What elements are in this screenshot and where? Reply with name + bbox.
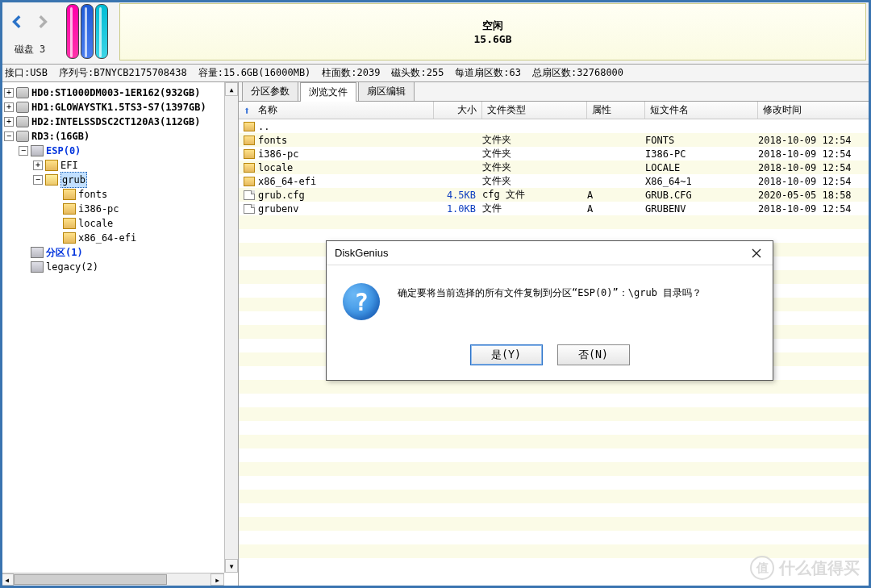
tree-node-i386[interactable]: i386-pc (2, 202, 236, 216)
go-up-icon[interactable]: ⬆ (244, 104, 250, 117)
folder-icon (244, 149, 255, 159)
folder-icon (244, 136, 255, 145)
scroll-thumb[interactable] (14, 574, 167, 585)
tree-node-esp[interactable]: −ESP(0) (2, 144, 236, 158)
confirm-copy-dialog: DiskGenius ? 确定要将当前选择的所有文件复制到分区“ESP(0)”：… (326, 240, 773, 381)
watermark-text: 什么值得买 (779, 557, 860, 579)
tree-horizontal-scrollbar[interactable]: ◂ ▸ (0, 573, 224, 586)
tree-selected-label: grub (60, 172, 87, 188)
disk-icon (16, 116, 29, 127)
file-name: i386-pc (258, 148, 299, 160)
capacity-box: 空闲 15.6GB (118, 2, 868, 62)
scroll-left-icon[interactable]: ◂ (0, 573, 14, 586)
tree-node-hd1[interactable]: +HD1:GLOWAYSTK1.5TS3-S7(1397GB) (2, 100, 236, 115)
tree-node-rd3[interactable]: −RD3:(16GB) (2, 129, 236, 144)
dialog-titlebar[interactable]: DiskGenius (327, 241, 773, 265)
close-icon (752, 248, 761, 258)
disk-info-bar: 接口:USB 序列号:B7NYCB2175708438 容量:15.6GB(16… (0, 65, 871, 82)
scroll-up-icon[interactable]: ▴ (225, 82, 238, 96)
expand-icon[interactable]: + (33, 161, 43, 170)
disk-tree-pane: +HD0:ST1000DM003-1ER162(932GB) +HD1:GLOW… (0, 82, 239, 586)
dialog-message: 确定要将当前选择的所有文件复制到分区“ESP(0)”：\grub 目录吗？ (398, 283, 702, 300)
disk-index-label: 磁盘 3 (15, 43, 45, 56)
file-type: 文件 (479, 202, 584, 215)
file-row[interactable]: x86_64-efi文件夹X86_64~12018-10-09 12:54 (239, 174, 871, 188)
folder-icon (45, 160, 58, 171)
folder-open-icon (45, 174, 58, 186)
tab-partition-params[interactable]: 分区参数 (242, 82, 298, 101)
tree-vertical-scrollbar[interactable]: ▴ ▾ (224, 82, 238, 573)
partition-icon (31, 261, 44, 273)
file-row[interactable]: grubenv1.0KB文件AGRUBENV2018-10-09 12:54 (239, 202, 871, 215)
usage-bars (63, 2, 111, 62)
file-name: grub.cfg (258, 190, 305, 201)
tree-node-grub[interactable]: −grub (2, 173, 236, 187)
tree-node-locale[interactable]: locale (2, 216, 236, 231)
capacity-label: 容量:15.6GB(16000MB) (198, 66, 311, 80)
empty-row (239, 490, 871, 503)
smzdm-watermark: 值 什么值得买 (750, 556, 860, 580)
file-row[interactable]: i386-pc文件夹I386-PC2018-10-09 12:54 (239, 147, 871, 161)
nav-back-icon[interactable] (10, 15, 25, 31)
file-name: x86_64-efi (258, 176, 316, 187)
tree-node-x86[interactable]: x86_64-efi (2, 231, 236, 245)
partition-icon (31, 247, 44, 258)
file-attr: A (584, 203, 642, 215)
expand-icon[interactable]: + (4, 117, 14, 127)
nav-forward-icon[interactable] (35, 15, 49, 31)
serial-label: 序列号:B7NYCB2175708438 (59, 66, 187, 80)
file-row[interactable]: .. (239, 119, 871, 133)
heads-label: 磁头数:255 (391, 66, 444, 80)
tree-node-part1[interactable]: 分区(1) (2, 245, 236, 260)
column-header-short[interactable]: 短文件名 (645, 102, 758, 119)
file-name: grubenv (258, 203, 299, 215)
file-mtime: 2020-05-05 18:58 (755, 190, 868, 201)
tree-node-hd2[interactable]: +HD2:INTELSSDSC2CT120A3(112GB) (2, 115, 236, 129)
file-name: locale (258, 162, 293, 173)
file-type: 文件夹 (479, 133, 584, 147)
tree-node-fonts[interactable]: fonts (2, 187, 236, 202)
tree-node-hd0[interactable]: +HD0:ST1000DM003-1ER162(932GB) (2, 85, 236, 100)
tree-node-legacy[interactable]: legacy(2) (2, 260, 236, 274)
file-row[interactable]: fonts文件夹FONTS2018-10-09 12:54 (239, 133, 871, 147)
file-name: .. (258, 121, 269, 132)
file-mtime: 2018-10-09 12:54 (755, 148, 868, 160)
scroll-right-icon[interactable]: ▸ (210, 573, 224, 586)
column-header-mtime[interactable]: 修改时间 (758, 102, 871, 119)
tree-node-efi[interactable]: +EFI (2, 158, 236, 173)
watermark-badge: 值 (750, 556, 774, 580)
collapse-icon[interactable]: − (33, 175, 43, 185)
empty-row (239, 407, 871, 421)
usage-bar-1 (66, 4, 79, 59)
file-row[interactable]: grub.cfg4.5KBcfg 文件AGRUB.CFG2020-05-05 1… (239, 188, 871, 202)
usage-bar-2 (81, 4, 94, 59)
column-header-attr[interactable]: 属性 (587, 102, 645, 119)
file-row[interactable]: locale文件夹LOCALE2018-10-09 12:54 (239, 161, 871, 174)
dialog-no-button[interactable]: 否(N) (557, 344, 630, 365)
collapse-icon[interactable]: − (19, 146, 28, 156)
scroll-down-icon[interactable]: ▾ (225, 559, 238, 573)
file-mtime: 2018-10-09 12:54 (755, 162, 868, 173)
content-tabs: 分区参数 浏览文件 扇区编辑 (239, 82, 871, 102)
file-mtime: 2018-10-09 12:54 (755, 203, 868, 215)
dialog-yes-button[interactable]: 是(Y) (470, 344, 543, 365)
dialog-close-button[interactable] (744, 244, 769, 263)
column-header-type[interactable]: 文件类型 (482, 102, 587, 119)
file-icon (244, 204, 255, 214)
file-size: 4.5KB (431, 190, 479, 201)
file-short: FONTS (642, 135, 755, 146)
empty-row (239, 476, 871, 490)
tab-sector-edit[interactable]: 扇区编辑 (358, 82, 415, 101)
expand-icon[interactable]: + (4, 102, 14, 112)
folder-icon (63, 189, 76, 200)
free-space-box[interactable]: 空闲 15.6GB (119, 3, 866, 60)
file-size: 1.0KB (431, 203, 479, 215)
collapse-icon[interactable]: − (4, 131, 14, 141)
expand-icon[interactable]: + (4, 88, 14, 98)
column-header-size[interactable]: 大小 (434, 102, 482, 119)
file-type: 文件夹 (479, 174, 584, 188)
file-attr: A (584, 190, 642, 201)
column-header-name[interactable]: ⬆ 名称 (239, 102, 434, 119)
tab-browse-files[interactable]: 浏览文件 (300, 82, 356, 102)
disk-icon (16, 102, 29, 113)
